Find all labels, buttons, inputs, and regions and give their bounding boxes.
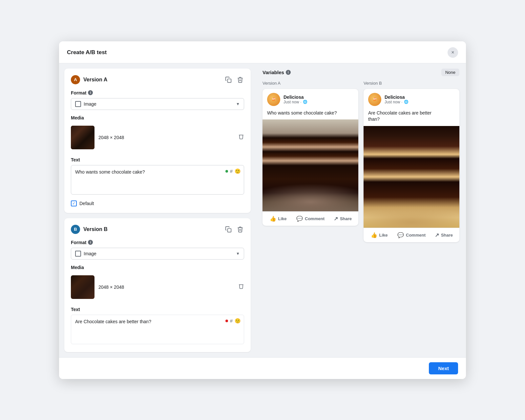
version-b-format-value: Image xyxy=(84,251,96,256)
version-a-text-container: Who wants some chocolate cake? # 🙂 xyxy=(71,165,244,196)
like-icon-b: 👍 xyxy=(371,232,377,238)
version-a-delete-button[interactable] xyxy=(236,76,244,84)
right-panel: Variables i None Version A 🍰 xyxy=(256,63,466,357)
modal-footer: Next xyxy=(59,357,466,379)
version-b-media-section: Media 2048 × 2048 xyxy=(71,265,244,302)
version-a-text-label: Text xyxy=(71,157,244,162)
version-a-hash-icon[interactable]: # xyxy=(230,168,233,174)
default-checkmark-icon: ✓ xyxy=(71,200,77,206)
version-b-post-actions: 👍 Like 💬 Comment ↗ Share xyxy=(364,228,459,242)
version-a-media-preview: 2048 × 2048 xyxy=(71,123,244,152)
version-a-media-label: Media xyxy=(71,115,244,120)
version-a-default-label: Default xyxy=(79,201,94,206)
format-info-icon: i xyxy=(88,90,93,95)
version-b-post-text: Are Chocolate cakes are betterthan? xyxy=(364,109,459,126)
version-b-like-button[interactable]: 👍 Like xyxy=(364,229,395,241)
version-a-page-avatar: 🍰 xyxy=(267,93,280,106)
version-b-text-input[interactable]: Are Chocolate cakes are better than? xyxy=(71,315,244,344)
version-a-post-text: Who wants some chocolate cake? xyxy=(262,109,358,120)
version-b-actions xyxy=(224,225,244,233)
version-b-media-size: 2048 × 2048 xyxy=(98,284,234,290)
version-a-post-header: 🍰 Deliciosa Just now · 🌐 xyxy=(262,89,358,109)
modal-header: Create A/B test × xyxy=(59,41,466,63)
version-a-post-card: 🍰 Deliciosa Just now · 🌐 xyxy=(262,89,358,226)
version-b-share-button[interactable]: ↗ Share xyxy=(428,229,459,241)
svg-rect-0 xyxy=(228,79,231,82)
version-b-format-label: Format i xyxy=(71,240,244,245)
version-a-badge: A xyxy=(71,75,80,84)
version-a-comment-button[interactable]: 💬 Comment xyxy=(294,213,327,224)
comment-icon-a: 💬 xyxy=(296,216,303,222)
version-a-header: A Version A xyxy=(71,75,244,84)
variables-none-button[interactable]: None xyxy=(441,69,459,76)
version-b-card: B Version B xyxy=(64,218,251,352)
version-a-like-button[interactable]: 👍 Like xyxy=(262,213,294,224)
version-b-title: Version B xyxy=(83,226,108,232)
version-b-post-header: 🍰 Deliciosa Just now · 🌐 xyxy=(364,89,459,109)
version-b-media-label: Media xyxy=(71,265,244,270)
format-b-chevron-icon: ▼ xyxy=(236,251,240,256)
version-b-text-label: Text xyxy=(71,307,244,312)
version-b-delete-button[interactable] xyxy=(236,225,244,233)
globe-icon-b: 🌐 xyxy=(404,100,409,104)
variables-header: Variables i None xyxy=(262,69,459,76)
version-b-emoji-icon[interactable]: 🙂 xyxy=(235,318,241,324)
format-b-info-icon: i xyxy=(88,240,93,245)
variables-info-icon: i xyxy=(286,70,291,75)
next-button[interactable]: Next xyxy=(429,362,458,374)
version-a-text-input[interactable]: Who wants some chocolate cake? xyxy=(71,165,244,195)
version-a-share-button[interactable]: ↗ Share xyxy=(327,213,358,224)
version-a-label: A Version A xyxy=(71,75,107,84)
close-button[interactable]: × xyxy=(448,47,458,58)
version-a-actions xyxy=(224,76,244,84)
version-a-preview-column: Version A 🍰 Deliciosa Just now · xyxy=(262,81,358,242)
version-b-post-meta: Just now · 🌐 xyxy=(385,100,455,104)
globe-icon-a: 🌐 xyxy=(303,100,307,104)
version-b-status-dot xyxy=(225,320,228,322)
version-b-badge: B xyxy=(71,225,80,234)
version-a-format-label: Format i xyxy=(71,90,244,95)
version-a-post-image xyxy=(262,119,358,211)
version-b-post-card: 🍰 Deliciosa Just now · 🌐 xyxy=(364,89,459,242)
version-b-page-avatar: 🍰 xyxy=(368,93,381,106)
version-b-comment-button[interactable]: 💬 Comment xyxy=(395,229,428,241)
version-b-text-container: Are Chocolate cakes are better than? # 🙂 xyxy=(71,315,244,346)
svg-rect-1 xyxy=(228,228,231,232)
version-b-page-name: Deliciosa xyxy=(385,94,455,100)
version-a-card: A Version A xyxy=(64,69,251,213)
version-a-status-dot xyxy=(225,170,228,173)
version-b-media-preview: 2048 × 2048 xyxy=(71,273,244,302)
version-a-default-checkbox[interactable]: ✓ Default xyxy=(71,200,244,206)
version-a-post-actions: 👍 Like 💬 Comment ↗ Share xyxy=(262,211,358,226)
image-b-format-icon xyxy=(75,251,81,257)
left-panel: A Version A xyxy=(59,63,256,357)
version-a-emoji-icon[interactable]: 🙂 xyxy=(235,168,241,174)
preview-b-label: Version B xyxy=(364,81,459,86)
version-a-duplicate-button[interactable] xyxy=(224,76,232,84)
comment-icon-b: 💬 xyxy=(397,232,404,238)
variables-title: Variables i xyxy=(262,70,291,75)
modal-body: A Version A xyxy=(59,63,466,357)
preview-a-label: Version A xyxy=(262,81,358,86)
format-chevron-icon: ▼ xyxy=(236,102,240,106)
modal-title: Create A/B test xyxy=(67,49,107,56)
share-icon-a: ↗ xyxy=(334,216,338,222)
version-a-format-value: Image xyxy=(84,101,96,107)
version-a-format-select[interactable]: Image ▼ xyxy=(71,98,244,110)
ab-test-modal: Create A/B test × A Version A xyxy=(59,41,466,379)
version-b-thumbnail xyxy=(71,275,94,299)
version-b-media-delete-button[interactable] xyxy=(238,283,244,291)
version-a-page-info: Deliciosa Just now · 🌐 xyxy=(284,94,354,104)
share-icon-b: ↗ xyxy=(435,232,439,238)
version-a-thumbnail xyxy=(71,126,94,149)
version-a-media-section: Media 2048 × 2048 xyxy=(71,115,244,152)
version-a-page-name: Deliciosa xyxy=(284,94,354,100)
version-b-duplicate-button[interactable] xyxy=(224,225,232,233)
preview-columns: Version A 🍰 Deliciosa Just now · xyxy=(262,81,459,242)
version-b-hash-icon[interactable]: # xyxy=(230,318,233,324)
version-b-post-image xyxy=(364,126,459,228)
version-a-media-delete-button[interactable] xyxy=(238,134,244,141)
like-icon-a: 👍 xyxy=(270,216,276,222)
version-b-format-select[interactable]: Image ▼ xyxy=(71,248,244,260)
version-b-page-info: Deliciosa Just now · 🌐 xyxy=(385,94,455,104)
